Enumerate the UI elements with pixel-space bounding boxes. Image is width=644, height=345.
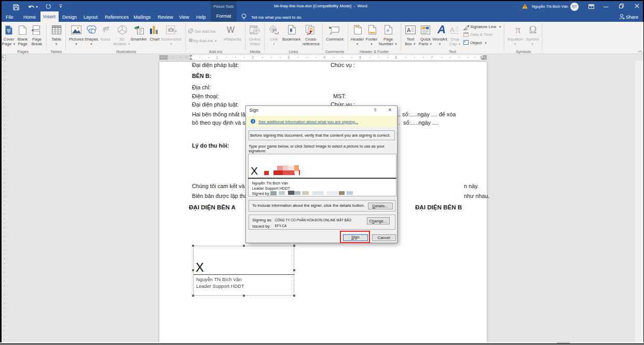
svg-text:A: A [407, 27, 411, 33]
svg-text:A: A [450, 26, 455, 34]
svg-text:#: # [387, 28, 389, 33]
